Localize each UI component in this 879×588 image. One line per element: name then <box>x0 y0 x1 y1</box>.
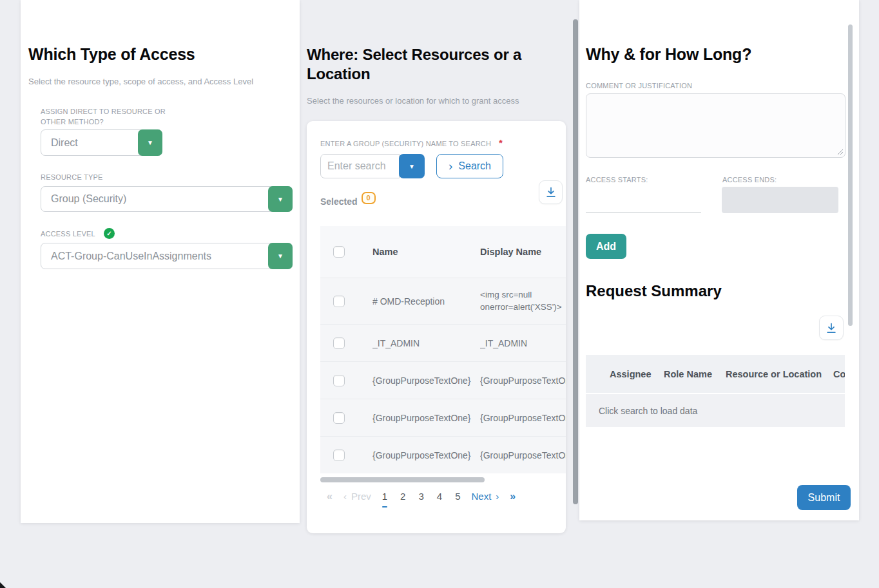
row-checkbox[interactable] <box>333 412 345 424</box>
chevron-right-icon: › <box>449 160 452 172</box>
summary-header-row: Assignee Role Name Resource or Location … <box>586 355 845 393</box>
summary-empty-row: Click search to load data <box>586 393 845 427</box>
cell-name: {GroupPurposeTextOne} <box>372 413 480 423</box>
justification-panel: Why & for How Long? COMMENT OR JUSTIFICA… <box>579 0 859 520</box>
column-header-resource-or-location: Resource or Location <box>726 369 833 379</box>
access-starts-label: ACCESS STARTS: <box>586 176 648 184</box>
comment-label: COMMENT OR JUSTIFICATION <box>586 82 692 90</box>
column-header-name: Name <box>372 247 480 257</box>
assign-method-label: ASSIGN DIRECT TO RESOURCE OR OTHER METHO… <box>41 107 176 128</box>
resource-type-value: Group (Security) <box>41 187 269 211</box>
column-header-role-name: Role Name <box>664 369 726 379</box>
table-row[interactable]: {GroupPurposeTextOne} {GroupPurposeTextO… <box>320 436 566 473</box>
page-2-button[interactable]: 2 <box>398 491 407 502</box>
resource-type-select[interactable]: Group (Security) ▼ <box>41 186 293 212</box>
search-label: ENTER A GROUP (SECURITY) NAME TO SEARCH <box>320 140 491 147</box>
row-checkbox[interactable] <box>333 337 345 349</box>
first-page-button[interactable]: « <box>325 491 334 502</box>
cell-name: _IT_ADMIN <box>372 338 480 348</box>
download-icon <box>826 323 836 334</box>
export-summary-button[interactable] <box>819 316 844 340</box>
cell-display-name: {GroupPurposeTextOne} <box>480 413 566 423</box>
resources-panel-title: Where: Select Resources or a Location <box>307 45 546 84</box>
selected-count-badge: 0 <box>362 192 376 204</box>
horizontal-scrollbar[interactable] <box>320 477 485 482</box>
cell-name: # OMD-Reception <box>372 296 480 307</box>
chevron-right-icon: › <box>496 491 499 502</box>
resources-panel-subtitle: Select the resources or location for whi… <box>307 96 519 106</box>
row-checkbox[interactable] <box>333 375 345 386</box>
cell-name: {GroupPurposeTextOne} <box>372 375 480 386</box>
column-header-display-name: Display Name <box>480 247 566 257</box>
corner-artifact <box>0 582 6 588</box>
cell-display-name: <img src=null onerror=alert('XSS')> <box>480 289 566 312</box>
access-ends-input <box>722 187 838 213</box>
selected-label: Selected <box>320 196 358 207</box>
table-row[interactable]: {GroupPurposeTextOne} {GroupPurposeTextO… <box>320 361 566 399</box>
group-search-input[interactable] <box>320 154 400 178</box>
add-button[interactable]: Add <box>586 234 626 259</box>
last-page-button[interactable]: » <box>508 491 517 502</box>
search-button-label: Search <box>458 160 491 172</box>
panel-title: Which Type of Access <box>28 45 195 64</box>
access-type-panel: Which Type of Access Select the resource… <box>21 0 300 523</box>
table-row[interactable]: # OMD-Reception <img src=null onerror=al… <box>320 278 566 324</box>
cell-display-name: {GroupPurposeTextOne} <box>480 375 566 386</box>
column-header-assignee: Assignee <box>610 369 664 379</box>
prev-label: Prev <box>351 491 371 502</box>
pagination: « ‹ Prev 1 2 3 4 5 Next › » <box>325 491 517 507</box>
access-ends-label: ACCESS ENDS: <box>722 176 777 184</box>
access-level-label: ACCESS LEVEL <box>41 230 95 238</box>
submit-button[interactable]: Submit <box>797 485 851 510</box>
table-header-row: Name Display Name <box>320 226 566 278</box>
export-button[interactable] <box>539 180 563 204</box>
vertical-scrollbar[interactable] <box>573 19 578 504</box>
empty-message: Click search to load data <box>586 406 697 416</box>
panel-subtitle: Select the resource type, scope of acces… <box>28 77 253 86</box>
chevron-down-icon: ▼ <box>277 196 284 203</box>
assign-method-value: Direct <box>41 130 139 155</box>
cell-display-name: _IT_ADMIN <box>480 338 566 348</box>
cell-display-name: {GroupPurposeTextOne} <box>480 450 566 460</box>
page-5-button[interactable]: 5 <box>453 491 462 502</box>
next-label: Next <box>471 491 491 502</box>
resource-type-dropdown-button[interactable]: ▼ <box>268 186 293 212</box>
comment-textarea[interactable] <box>586 93 845 158</box>
page-4-button[interactable]: 4 <box>435 491 444 502</box>
resources-search-card: ENTER A GROUP (SECURITY) NAME TO SEARCH … <box>307 121 566 533</box>
search-button[interactable]: › Search <box>436 154 503 178</box>
table-row[interactable]: {GroupPurposeTextOne} {GroupPurposeTextO… <box>320 399 566 436</box>
access-level-dropdown-button[interactable]: ▼ <box>268 243 293 269</box>
required-asterisk-icon: * <box>499 140 502 146</box>
access-level-select[interactable]: ACT-Group-CanUseInAssignments ▼ <box>41 243 293 269</box>
chevron-down-icon: ▼ <box>147 139 153 146</box>
chevron-left-icon: ‹ <box>343 491 347 502</box>
select-all-checkbox[interactable] <box>333 246 345 258</box>
access-level-value: ACT-Group-CanUseInAssignments <box>41 243 269 269</box>
page-1-button[interactable]: 1 <box>380 491 389 507</box>
active-page-underline <box>382 506 387 507</box>
row-checkbox[interactable] <box>333 450 345 461</box>
row-checkbox[interactable] <box>333 296 345 307</box>
check-badge-icon: ✓ <box>104 228 115 239</box>
panel-scrollbar[interactable] <box>848 24 853 326</box>
search-dropdown-button[interactable]: ▼ <box>399 154 425 178</box>
resource-type-label: RESOURCE TYPE <box>41 173 103 181</box>
panel-title: Why & for How Long? <box>586 45 751 64</box>
resources-table: Name Display Name # OMD-Reception <img s… <box>320 226 566 473</box>
cell-name: {GroupPurposeTextOne} <box>372 450 480 460</box>
download-icon <box>546 187 556 198</box>
summary-table: Assignee Role Name Resource or Location … <box>586 355 845 427</box>
column-header-comment: Co <box>833 369 845 379</box>
prev-page-button[interactable]: ‹ Prev <box>343 491 371 502</box>
next-page-button[interactable]: Next › <box>471 491 499 502</box>
chevron-down-icon: ▼ <box>409 163 415 170</box>
chevron-down-icon: ▼ <box>277 252 284 260</box>
resize-handle-icon[interactable] <box>837 149 844 155</box>
request-summary-title: Request Summary <box>586 282 722 300</box>
access-starts-input[interactable] <box>586 186 701 213</box>
page-3-button[interactable]: 3 <box>416 491 425 502</box>
assign-method-select[interactable]: Direct ▼ <box>41 129 162 156</box>
assign-method-dropdown-button[interactable]: ▼ <box>138 129 162 156</box>
table-row[interactable]: _IT_ADMIN _IT_ADMIN <box>320 324 566 361</box>
